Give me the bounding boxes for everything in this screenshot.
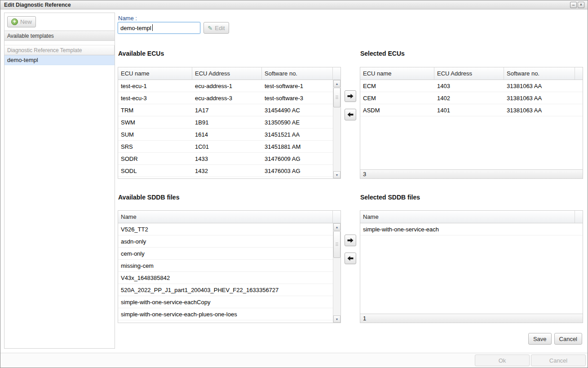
scroll-down-button[interactable]: ▼	[333, 315, 340, 323]
selected-ecus-title: Selected ECUs	[360, 50, 405, 57]
table-row[interactable]: test-ecu-3ecu-address-3test-software-3	[118, 92, 333, 104]
table-row[interactable]: simple-with-one-service-each	[360, 223, 583, 235]
move-sddb-right-button[interactable]	[345, 235, 356, 246]
move-sddb-left-button[interactable]	[345, 253, 356, 264]
scrollbar-thumb[interactable]	[333, 88, 340, 107]
table-cell: missing-cem	[118, 262, 333, 269]
table-cell: TRM	[118, 107, 192, 114]
selected-sddb-title: Selected SDDB files	[360, 194, 420, 201]
table-row[interactable]: simple-with-one-service-eachCopy	[118, 296, 333, 308]
arrow-right-icon	[347, 237, 354, 244]
table-row[interactable]: test-ecu-1ecu-address-1test-software-1	[118, 80, 333, 92]
table-cell: 31381063 AA	[504, 95, 575, 102]
new-button[interactable]: + New	[7, 16, 36, 27]
table-cell: 31451521 AA	[262, 131, 333, 138]
table-row[interactable]: SODR143331476009 AG	[118, 153, 333, 165]
column-header[interactable]: Name	[118, 211, 333, 223]
scroll-up-button[interactable]: ▲	[333, 223, 340, 231]
templates-grid-body: demo-templ	[4, 55, 115, 65]
scroll-up-button[interactable]: ▲	[333, 80, 340, 87]
edit-button[interactable]: ✎ Edit	[203, 22, 229, 34]
name-input[interactable]	[118, 22, 200, 34]
table-row[interactable]: SUM161431451521 AA	[118, 129, 333, 141]
table-row[interactable]: CEM140231381063 AA	[360, 92, 583, 104]
move-ecu-left-button[interactable]	[345, 109, 356, 120]
scroll-down-button[interactable]: ▼	[333, 171, 340, 178]
row-count: 3	[363, 171, 366, 177]
selected-sddb-grid: Name simple-with-one-service-each 1	[360, 210, 583, 323]
vertical-scrollbar[interactable]: ▲ ▼	[333, 223, 340, 323]
column-header[interactable]: ECU Address	[434, 67, 504, 80]
minimize-button[interactable]: –	[570, 2, 577, 8]
arrow-left-icon	[347, 255, 354, 262]
close-icon: ×	[580, 2, 583, 7]
table-cell: V43x_1648385842	[118, 275, 333, 281]
templates-panel-title: Available templates	[7, 33, 54, 39]
plus-circle-icon: +	[11, 18, 18, 25]
vertical-scrollbar[interactable]: ▲ ▼	[333, 80, 340, 178]
footer-cancel-button[interactable]: Cancel	[531, 355, 586, 366]
table-cell: 1433	[192, 155, 262, 162]
dialog-footer: Ok Cancel	[0, 353, 588, 368]
table-row[interactable]: cem-only	[118, 248, 333, 260]
table-row[interactable]: SODL143231476003 AG	[118, 165, 333, 177]
table-row[interactable]: SWM1B9131350590 AE	[118, 116, 333, 129]
column-header[interactable]: ECU name	[118, 67, 192, 80]
save-cancel-row: Save Cancel	[528, 333, 582, 345]
arrow-left-icon	[347, 111, 354, 118]
save-button[interactable]: Save	[528, 333, 552, 345]
table-cell: ECM	[360, 83, 434, 89]
table-row[interactable]: demo-templ	[4, 55, 115, 65]
table-cell: 31381063 AA	[504, 107, 575, 114]
window-title: Edit Diagnostic Reference	[4, 2, 71, 8]
footer-cancel-label: Cancel	[549, 357, 567, 364]
table-cell: SUM	[118, 131, 192, 138]
move-ecu-right-button[interactable]	[345, 90, 356, 102]
selected-sddb-count-status: 1	[360, 314, 583, 323]
available-ecus-body: test-ecu-1ecu-address-1test-software-1te…	[118, 80, 333, 178]
column-header[interactable]: Software no.	[262, 67, 333, 80]
close-button[interactable]: ×	[578, 2, 584, 8]
table-row[interactable]: 520A_2022_PP_J1_part1_200403_PHEV_F22_16…	[118, 284, 333, 296]
selected-ecus-count-status: 3	[360, 169, 583, 178]
table-cell: 31454490 AC	[262, 107, 333, 114]
table-row[interactable]: missing-cem	[118, 260, 333, 272]
cancel-button-label: Cancel	[559, 336, 577, 342]
table-cell: V526_TT2	[118, 226, 333, 233]
table-cell: 520A_2022_PP_J1_part1_200403_PHEV_F22_16…	[118, 287, 333, 293]
save-button-label: Save	[533, 336, 547, 342]
ok-button[interactable]: Ok	[475, 355, 530, 366]
column-header[interactable]: Software no.	[504, 67, 575, 80]
table-row[interactable]: ECM140331381063 AA	[360, 80, 583, 92]
table-cell: CEM	[360, 95, 434, 102]
table-cell: test-software-3	[262, 95, 333, 102]
header-filler	[575, 211, 583, 223]
templates-grid-header: Diagnostic Reference Template	[4, 45, 115, 55]
edit-button-label: Edit	[215, 25, 225, 31]
table-cell: 1C01	[192, 143, 262, 150]
table-row[interactable]: simple-with-one-service-each-plues-one-l…	[118, 308, 333, 320]
table-row[interactable]: V43x_1648385842	[118, 272, 333, 284]
column-header[interactable]: ECU Address	[192, 67, 262, 80]
table-row[interactable]: SRS1C0131451881 AM	[118, 141, 333, 153]
titlebar[interactable]: Edit Diagnostic Reference – ×	[0, 0, 588, 9]
column-header[interactable]: ECU name	[360, 67, 434, 80]
available-ecus-title: Available ECUs	[118, 50, 164, 57]
selected-ecus-body: ECM140331381063 AACEM140231381063 AAASDM…	[360, 80, 583, 169]
table-row[interactable]: asdn-only	[118, 235, 333, 248]
table-row[interactable]: V526_TT2	[118, 223, 333, 235]
column-header[interactable]: Diagnostic Reference Template	[4, 45, 115, 55]
scrollbar-thumb[interactable]	[333, 231, 340, 258]
table-row[interactable]: TRM1A1731454490 AC	[118, 104, 333, 116]
table-row[interactable]: ASDM140131381063 AA	[360, 104, 583, 116]
cancel-button[interactable]: Cancel	[554, 333, 582, 345]
templates-panel-header[interactable]: Available templates	[4, 31, 115, 41]
available-sddb-grid: Name V526_TT2asdn-onlycem-onlymissing-ce…	[118, 210, 341, 323]
available-ecus-grid: ECU nameECU AddressSoftware no. test-ecu…	[118, 67, 341, 179]
name-input-wrap	[118, 22, 200, 34]
table-cell: 31350590 AE	[262, 119, 333, 126]
table-cell: asdn-only	[118, 238, 333, 245]
table-cell: 1614	[192, 131, 262, 138]
column-header[interactable]: Name	[360, 211, 575, 223]
table-cell: test-ecu-3	[118, 95, 192, 102]
